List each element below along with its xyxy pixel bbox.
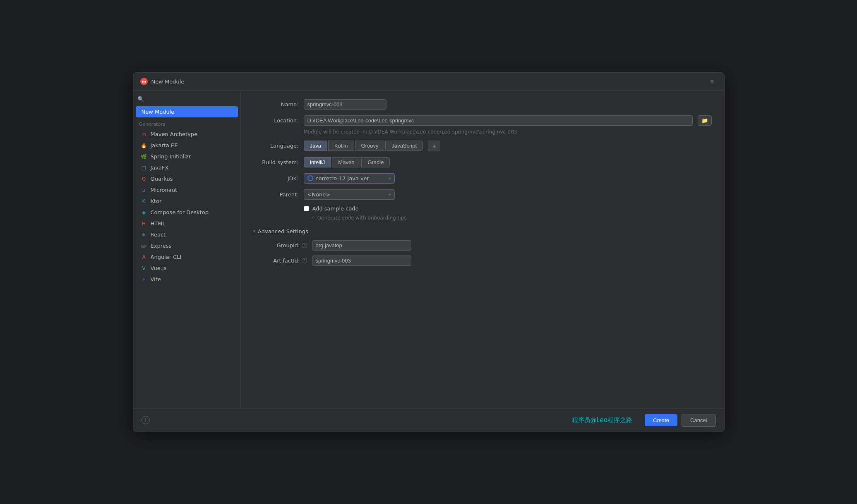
quarkus-icon: Q [141, 176, 147, 182]
main-content: Name: Location: 📁 Module will be created… [241, 91, 724, 408]
spring-initializr-icon: 🌿 [141, 153, 147, 160]
location-browse-button[interactable]: 📁 [698, 115, 712, 126]
artifact-id-info-icon[interactable]: ? [302, 258, 307, 263]
sidebar-item-maven-archetype[interactable]: mMaven Archetype [135, 129, 239, 140]
sample-code-row: Add sample code [253, 205, 712, 212]
build-button-intellij[interactable]: IntelliJ [304, 157, 331, 167]
generators-label: Generators [133, 120, 240, 129]
sidebar-item-express[interactable]: exExpress [135, 241, 239, 251]
close-button[interactable]: ✕ [707, 77, 717, 86]
help-button[interactable]: ? [142, 416, 150, 424]
ktor-label: Ktor [151, 198, 162, 204]
sidebar-item-quarkus[interactable]: QQuarkus [135, 174, 239, 184]
location-row: Location: 📁 [253, 115, 712, 126]
vite-icon: ⚡ [141, 276, 147, 283]
sidebar-item-javafx[interactable]: □JavaFX [135, 162, 239, 173]
vuejs-label: Vue.js [151, 265, 167, 271]
micronaut-label: Micronaut [151, 187, 178, 193]
sidebar-item-html[interactable]: HHTML [135, 218, 239, 229]
sample-code-label[interactable]: Add sample code [312, 205, 359, 212]
footer: ? 程序员@Leo程序之路 Create Cancel [133, 408, 724, 432]
location-hint: Module will be created in: D:\IDEA Workp… [253, 129, 712, 135]
sidebar-item-micronaut[interactable]: μMicronaut [135, 185, 239, 196]
sidebar-item-angular-cli[interactable]: AAngular CLI [135, 252, 239, 263]
react-label: React [151, 232, 166, 238]
sidebar-item-react[interactable]: ⚛React [135, 229, 239, 240]
angular-cli-label: Angular CLI [151, 254, 182, 260]
sidebar-items-list: mMaven Archetype🔥Jakarta EE🌿Spring Initi… [133, 129, 240, 285]
search-input[interactable] [146, 96, 236, 102]
maven-archetype-icon: m [141, 131, 147, 138]
parent-dropdown-arrow: ▾ [389, 192, 391, 197]
artifact-id-label-container: ArtifactId: ? [253, 258, 307, 264]
group-id-row: GroupId: ? [253, 240, 712, 251]
language-button-java[interactable]: Java [304, 141, 327, 151]
jdk-dropdown-arrow: ▾ [389, 176, 391, 181]
maven-archetype-label: Maven Archetype [151, 131, 198, 137]
ktor-icon: K [141, 198, 147, 205]
name-input[interactable] [304, 99, 386, 110]
vuejs-icon: V [141, 265, 147, 272]
group-id-label-container: GroupId: ? [253, 242, 307, 248]
cancel-button[interactable]: Cancel [682, 414, 715, 427]
language-group: JavaKotlinGroovyJavaScript [304, 141, 423, 151]
new-module-dialog: m New Module ✕ 🔍 New Module Generators m… [133, 72, 725, 432]
language-label: Language: [253, 143, 299, 149]
group-id-label: GroupId: [276, 242, 300, 248]
search-bar: 🔍 [133, 94, 240, 105]
react-icon: ⚛ [141, 232, 147, 238]
micronaut-icon: μ [141, 187, 147, 193]
sample-code-checkbox[interactable] [304, 206, 309, 211]
sidebar-item-ktor[interactable]: KKtor [135, 196, 239, 207]
onboarding-label: Generate code with onboarding tips [317, 215, 407, 221]
language-button-javascript[interactable]: JavaScript [385, 141, 423, 151]
parent-label: Parent: [253, 191, 299, 198]
sidebar-item-spring-initializr[interactable]: 🌿Spring Initializr [135, 151, 239, 162]
artifact-id-row: ArtifactId: ? [253, 256, 712, 266]
express-icon: ex [141, 243, 147, 249]
group-id-info-icon[interactable]: ? [302, 243, 307, 248]
onboarding-row: ✓ Generate code with onboarding tips [253, 215, 712, 221]
jdk-label: JDK: [253, 175, 299, 182]
artifact-id-label: ArtifactId: [273, 258, 300, 264]
create-button[interactable]: Create [645, 414, 677, 426]
vite-label: Vite [151, 276, 161, 282]
advanced-label: Advanced Settings [258, 228, 308, 234]
location-label: Location: [253, 117, 299, 124]
express-label: Express [151, 243, 172, 249]
group-id-input[interactable] [312, 240, 411, 251]
compose-desktop-label: Compose for Desktop [151, 209, 209, 215]
sidebar-item-vite[interactable]: ⚡Vite [135, 274, 239, 285]
build-button-maven[interactable]: Maven [332, 157, 360, 167]
jdk-row: JDK: corretto-17 java ver ▾ [253, 173, 712, 184]
parent-value: <None> [307, 191, 331, 198]
language-button-groovy[interactable]: Groovy [355, 141, 385, 151]
add-language-button[interactable]: + [428, 141, 440, 151]
build-group: IntelliJMavenGradle [304, 157, 390, 167]
app-icon: m [140, 77, 148, 86]
language-button-kotlin[interactable]: Kotlin [328, 141, 354, 151]
location-input[interactable] [304, 115, 693, 126]
language-row: Language: JavaKotlinGroovyJavaScript + [253, 141, 712, 151]
svg-text:m: m [142, 79, 146, 84]
javafx-icon: □ [141, 165, 147, 171]
build-row: Build system: IntelliJMavenGradle [253, 157, 712, 167]
jdk-select[interactable]: corretto-17 java ver ▾ [304, 173, 395, 184]
sidebar-item-jakarta-ee[interactable]: 🔥Jakarta EE [135, 140, 239, 151]
jdk-icon [307, 175, 313, 181]
compose-desktop-icon: ◈ [141, 209, 147, 216]
jakarta-ee-icon: 🔥 [141, 142, 147, 149]
name-label: Name: [253, 101, 299, 107]
sidebar-item-vuejs[interactable]: VVue.js [135, 263, 239, 274]
parent-select[interactable]: <None> ▾ [304, 189, 395, 200]
new-module-label: New Module [142, 109, 175, 115]
artifact-id-input[interactable] [312, 256, 411, 266]
sidebar-item-compose-desktop[interactable]: ◈Compose for Desktop [135, 207, 239, 218]
jdk-value: corretto-17 java ver [316, 175, 369, 182]
quarkus-label: Quarkus [151, 176, 173, 182]
new-module-button[interactable]: New Module [136, 106, 238, 117]
build-button-gradle[interactable]: Gradle [361, 157, 390, 167]
advanced-toggle[interactable]: ▾ Advanced Settings [253, 227, 712, 236]
build-label: Build system: [253, 159, 299, 165]
sidebar: 🔍 New Module Generators mMaven Archetype… [133, 91, 241, 408]
